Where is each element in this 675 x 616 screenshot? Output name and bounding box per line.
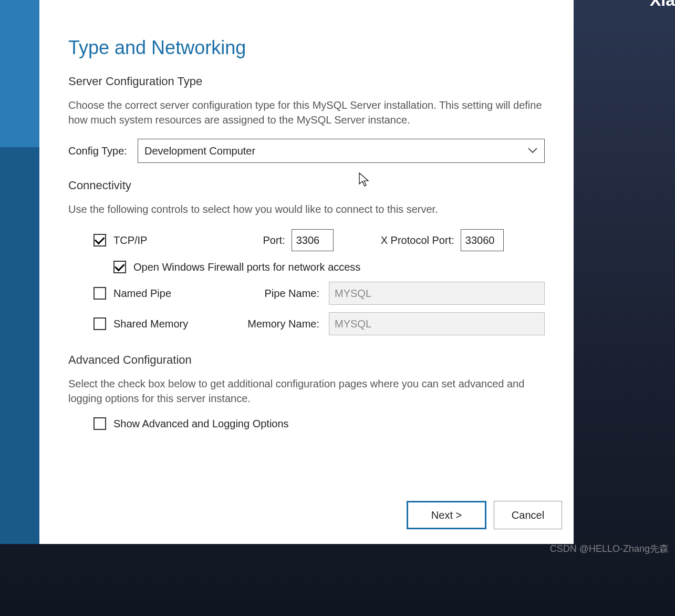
connectivity-desc: Use the following controls to select how… [68,202,545,217]
firewall-label: Open Windows Firewall ports for network … [133,261,360,273]
advanced-options-row: Show Advanced and Logging Options [68,417,545,430]
pipe-name-input [329,282,545,305]
server-config-title: Server Configuration Type [68,75,545,88]
wizard-footer: Next > Cancel [407,501,562,529]
firewall-checkbox[interactable] [113,261,126,273]
page-title: Type and Networking [68,37,545,59]
connectivity-title: Connectivity [68,179,545,192]
shared-memory-checkbox[interactable] [94,317,106,330]
wizard-content: Type and Networking Server Configuration… [39,0,574,544]
pipe-name-label: Pipe Name: [241,288,319,300]
tcpip-label: TCP/IP [113,234,147,247]
config-type-select-wrap: Development Computer [138,139,545,163]
port-label: Port: [263,234,285,247]
advanced-desc: Select the check box below to get additi… [68,376,545,406]
tcpip-checkbox[interactable] [94,234,106,247]
named-pipe-label: Named Pipe [113,288,171,300]
next-button[interactable]: Next > [407,501,486,529]
firewall-row: Open Windows Firewall ports for network … [94,261,545,273]
named-pipe-row: Named Pipe Pipe Name: [94,282,545,305]
config-type-label: Config Type: [68,145,127,157]
port-input[interactable] [292,229,334,251]
server-config-desc: Choose the correct server configuration … [68,98,545,127]
show-advanced-label: Show Advanced and Logging Options [113,418,289,430]
shared-memory-row: Shared Memory Memory Name: [94,312,545,335]
background-partial-text: Xia [650,0,675,10]
memory-name-label: Memory Name: [241,318,319,330]
config-type-select[interactable]: Development Computer [138,139,545,163]
cancel-button[interactable]: Cancel [494,501,562,529]
xport-label: X Protocol Port: [381,234,454,247]
xport-input[interactable] [461,229,504,251]
installer-window: Type and Networking Server Configuration… [0,0,574,544]
advanced-title: Advanced Configuration [68,353,545,367]
shared-memory-label: Shared Memory [113,318,188,330]
memory-name-input [329,312,545,335]
show-advanced-checkbox[interactable] [94,417,106,430]
watermark-text: CSDN @HELLO-Zhang先森 [550,542,669,555]
tcpip-row: TCP/IP Port: X Protocol Port: [94,228,545,252]
wizard-sidebar [0,0,39,544]
named-pipe-checkbox[interactable] [94,287,106,300]
sidebar-step-highlight [0,0,39,147]
config-type-row: Config Type: Development Computer [68,139,545,163]
